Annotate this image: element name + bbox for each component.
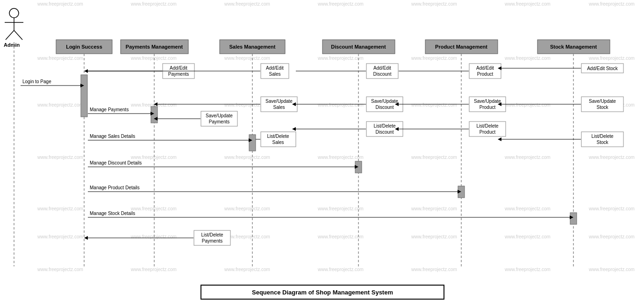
svg-text:List/Delete: List/Delete	[373, 123, 396, 129]
svg-rect-119	[151, 107, 157, 123]
sequence-diagram: www.freeprojectz.com www.freeprojectz.co…	[0, 0, 644, 301]
svg-text:www.freeprojectz.com: www.freeprojectz.com	[588, 155, 635, 160]
svg-text:www.freeprojectz.com: www.freeprojectz.com	[504, 234, 551, 239]
svg-text:Manage Payments: Manage Payments	[90, 107, 129, 112]
svg-marker-148	[292, 127, 296, 131]
svg-text:Payments: Payments	[209, 119, 229, 124]
svg-text:www.freeprojectz.com: www.freeprojectz.com	[411, 102, 457, 108]
svg-text:Add/Edit: Add/Edit	[170, 65, 187, 71]
svg-text:Stock Management: Stock Management	[550, 44, 597, 50]
svg-text:Login Success: Login Success	[66, 44, 102, 50]
svg-text:www.freeprojectz.com: www.freeprojectz.com	[37, 155, 83, 160]
svg-text:Add/Edit: Add/Edit	[373, 65, 391, 71]
svg-text:www.freeprojectz.com: www.freeprojectz.com	[224, 56, 270, 61]
svg-text:Sales: Sales	[269, 72, 280, 77]
svg-text:www.freeprojectz.com: www.freeprojectz.com	[588, 1, 635, 7]
svg-text:List/Delete: List/Delete	[267, 134, 289, 139]
svg-text:List/Delete: List/Delete	[591, 134, 614, 139]
svg-text:Product Management: Product Management	[435, 44, 487, 50]
svg-text:www.freeprojectz.com: www.freeprojectz.com	[37, 234, 83, 239]
svg-text:Login to Page: Login to Page	[22, 79, 51, 84]
svg-text:www.freeprojectz.com: www.freeprojectz.com	[504, 155, 551, 160]
svg-text:Manage Discount Details: Manage Discount Details	[90, 160, 142, 165]
svg-text:Add/Edit: Add/Edit	[476, 65, 494, 71]
svg-text:Add/Edit: Add/Edit	[266, 65, 284, 71]
svg-text:www.freeprojectz.com: www.freeprojectz.com	[37, 1, 83, 7]
svg-text:Stock: Stock	[596, 140, 608, 145]
svg-text:Product: Product	[477, 72, 494, 77]
svg-text:www.freeprojectz.com: www.freeprojectz.com	[504, 267, 551, 272]
svg-text:www.freeprojectz.com: www.freeprojectz.com	[130, 1, 177, 7]
svg-text:www.freeprojectz.com: www.freeprojectz.com	[224, 206, 270, 211]
svg-text:www.freeprojectz.com: www.freeprojectz.com	[130, 155, 177, 160]
svg-text:Sales: Sales	[273, 105, 285, 110]
svg-text:Discount: Discount	[376, 129, 394, 135]
svg-text:www.freeprojectz.com: www.freeprojectz.com	[504, 1, 551, 7]
svg-text:www.freeprojectz.com: www.freeprojectz.com	[411, 267, 457, 272]
svg-line-52	[6, 30, 14, 40]
svg-text:www.freeprojectz.com: www.freeprojectz.com	[37, 206, 83, 211]
svg-text:Payments: Payments	[202, 238, 222, 244]
svg-text:Save/Update: Save/Update	[206, 113, 233, 118]
svg-rect-120	[249, 135, 256, 151]
svg-text:www.freeprojectz.com: www.freeprojectz.com	[37, 102, 83, 108]
svg-text:Save/Update: Save/Update	[265, 99, 293, 104]
svg-text:www.freeprojectz.com: www.freeprojectz.com	[317, 234, 364, 239]
svg-text:www.freeprojectz.com: www.freeprojectz.com	[504, 56, 551, 61]
diagram-svg: www.freeprojectz.com www.freeprojectz.co…	[0, 0, 644, 301]
svg-text:www.freeprojectz.com: www.freeprojectz.com	[317, 102, 364, 108]
svg-point-49	[9, 8, 19, 18]
svg-text:Sales Management: Sales Management	[229, 44, 275, 50]
svg-text:www.freeprojectz.com: www.freeprojectz.com	[224, 267, 270, 272]
svg-text:www.freeprojectz.com: www.freeprojectz.com	[317, 155, 364, 160]
svg-text:List/Delete: List/Delete	[201, 232, 223, 237]
svg-text:www.freeprojectz.com: www.freeprojectz.com	[317, 206, 364, 211]
svg-text:Discount Management: Discount Management	[331, 44, 386, 50]
svg-text:www.freeprojectz.com: www.freeprojectz.com	[411, 234, 457, 239]
svg-text:List/Delete: List/Delete	[476, 123, 499, 129]
svg-text:www.freeprojectz.com: www.freeprojectz.com	[130, 267, 177, 272]
svg-text:www.freeprojectz.com: www.freeprojectz.com	[317, 56, 364, 61]
svg-text:Manage Product Details: Manage Product Details	[90, 185, 140, 190]
svg-text:www.freeprojectz.com: www.freeprojectz.com	[411, 206, 457, 211]
svg-text:www.freeprojectz.com: www.freeprojectz.com	[317, 1, 364, 7]
svg-text:www.freeprojectz.com: www.freeprojectz.com	[130, 206, 177, 211]
svg-rect-123	[570, 213, 577, 224]
svg-text:www.freeprojectz.com: www.freeprojectz.com	[588, 267, 635, 272]
svg-text:Product: Product	[479, 129, 496, 135]
svg-text:www.freeprojectz.com: www.freeprojectz.com	[504, 206, 551, 211]
svg-text:www.freeprojectz.com: www.freeprojectz.com	[37, 56, 83, 61]
svg-text:Sales: Sales	[272, 140, 284, 145]
svg-text:www.freeprojectz.com: www.freeprojectz.com	[504, 102, 551, 108]
svg-text:www.freeprojectz.com: www.freeprojectz.com	[224, 1, 270, 7]
svg-text:Stock: Stock	[596, 105, 608, 110]
svg-text:Admin: Admin	[4, 42, 20, 48]
svg-text:www.freeprojectz.com: www.freeprojectz.com	[224, 234, 270, 239]
svg-marker-131	[84, 69, 88, 73]
svg-text:www.freeprojectz.com: www.freeprojectz.com	[411, 1, 457, 7]
svg-text:Payments: Payments	[168, 72, 189, 77]
svg-text:Manage Stock Details: Manage Stock Details	[90, 211, 135, 216]
svg-text:Add/Edit Stock: Add/Edit Stock	[587, 66, 618, 71]
svg-text:www.freeprojectz.com: www.freeprojectz.com	[411, 155, 457, 160]
svg-rect-118	[81, 75, 87, 117]
svg-text:www.freeprojectz.com: www.freeprojectz.com	[588, 234, 635, 239]
svg-text:www.freeprojectz.com: www.freeprojectz.com	[588, 56, 635, 61]
svg-text:Manage Sales Details: Manage Sales Details	[90, 134, 135, 139]
svg-text:www.freeprojectz.com: www.freeprojectz.com	[588, 206, 635, 211]
svg-text:www.freeprojectz.com: www.freeprojectz.com	[317, 267, 364, 272]
svg-marker-165	[498, 137, 501, 141]
svg-text:www.freeprojectz.com: www.freeprojectz.com	[224, 155, 270, 160]
svg-text:Save/Update: Save/Update	[589, 99, 616, 104]
svg-text:Discount: Discount	[376, 105, 394, 110]
svg-marker-167	[84, 236, 88, 240]
svg-text:www.freeprojectz.com: www.freeprojectz.com	[37, 267, 83, 272]
svg-text:Product: Product	[479, 105, 496, 110]
svg-text:Save/Update: Save/Update	[371, 99, 398, 104]
svg-line-53	[14, 30, 22, 40]
svg-text:Sequence Diagram of Shop Manag: Sequence Diagram of Shop Management Syst…	[252, 289, 393, 296]
svg-text:Discount: Discount	[373, 72, 392, 77]
svg-text:Save/Update: Save/Update	[474, 99, 501, 104]
svg-text:Payments Management: Payments Management	[126, 44, 183, 50]
svg-text:www.freeprojectz.com: www.freeprojectz.com	[411, 56, 457, 61]
